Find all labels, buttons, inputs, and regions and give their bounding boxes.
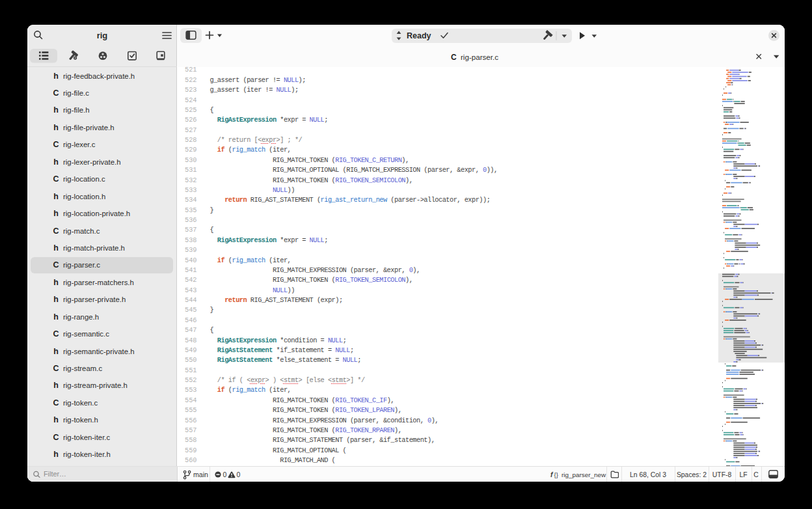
svg-text:0: 0: [236, 471, 240, 478]
svg-text:rig: rig: [97, 31, 108, 40]
svg-text:Filter…: Filter…: [44, 470, 66, 478]
svg-text:Ready: Ready: [407, 31, 431, 40]
svg-text:C: C: [451, 53, 457, 62]
svg-text:f: f: [550, 471, 554, 478]
svg-text:rig-parser.c: rig-parser.c: [461, 53, 498, 61]
svg-text:{}: {}: [554, 471, 558, 478]
svg-text:0: 0: [223, 471, 226, 478]
